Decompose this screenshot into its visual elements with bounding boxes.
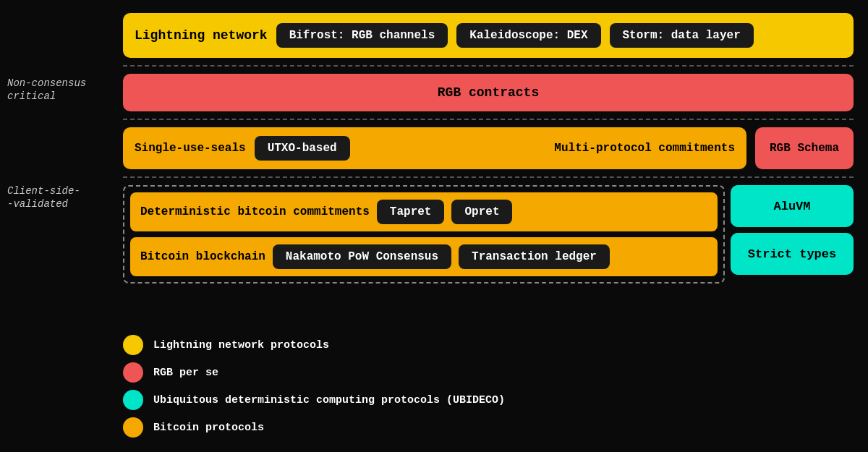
nakamoto-pill: Nakamoto PoW Consensus <box>273 244 451 269</box>
rgb-contracts-label: RGB contracts <box>438 85 539 100</box>
strict-types-pill: Strict types <box>731 233 854 275</box>
lightning-label: Lightning network <box>135 28 268 43</box>
rgb-contracts-row: RGB contracts <box>123 74 854 111</box>
aluvm-pill: AluVM <box>731 185 854 227</box>
lightning-row: Lightning network Bifrost: RGB channels … <box>123 13 854 58</box>
legend-item-bitcoin: Bitcoin protocols <box>123 417 505 438</box>
legend-label-ubideco: Ubiquitous deterministic computing proto… <box>153 394 505 406</box>
legend-dot-red <box>123 362 143 383</box>
client-side-row: Single-use-seals UTXO-based Multi-protoc… <box>123 127 854 169</box>
storm-pill: Storm: data layer <box>610 23 754 48</box>
single-use-seals-label: Single-use-seals <box>135 142 246 155</box>
right-cyan-pills: AluVM Strict types <box>731 185 854 283</box>
legend-label-lightning: Lightning network protocols <box>153 339 329 351</box>
tapret-pill: Tapret <box>377 200 445 224</box>
bitcoin-blockchain-label: Bitcoin blockchain <box>140 250 265 263</box>
opret-pill: Opret <box>451 200 512 224</box>
bifrost-pill: Bifrost: RGB channels <box>276 23 448 48</box>
separator-1 <box>123 65 854 67</box>
legend-label-bitcoin: Bitcoin protocols <box>153 422 264 434</box>
dashed-section-wrapper: Deterministic bitcoin commitments Tapret… <box>123 185 854 283</box>
legend-label-rgb: RGB per se <box>153 367 218 379</box>
legend-item-ubideco: Ubiquitous deterministic computing proto… <box>123 390 505 410</box>
separator-2 <box>123 119 854 120</box>
client-side-left: Single-use-seals UTXO-based Multi-protoc… <box>123 127 746 169</box>
bitcoin-row: Bitcoin blockchain Nakamoto PoW Consensu… <box>130 237 718 276</box>
legend-dot-yellow <box>123 335 143 355</box>
deterministic-label: Deterministic bitcoin commitments <box>140 205 370 218</box>
legend-item-rgb: RGB per se <box>123 362 505 383</box>
label-client-side: Client-side- -validated <box>7 170 117 264</box>
legend-dot-cyan <box>123 390 143 410</box>
rgb-schema-pill: RGB Schema <box>755 127 854 169</box>
labels-column: Non-consensus critical Client-side- -val… <box>7 13 123 439</box>
transaction-ledger-pill: Transaction ledger <box>459 244 610 269</box>
dashed-border-section: Deterministic bitcoin commitments Tapret… <box>123 185 725 283</box>
utxo-pill: UTXO-based <box>255 136 350 161</box>
legend: Lightning network protocols RGB per se U… <box>123 335 505 438</box>
multi-protocol-label: Multi-protocol commitments <box>554 142 735 155</box>
label-non-consensus: Non-consensus critical <box>7 62 117 160</box>
separator-3 <box>123 176 854 178</box>
deterministic-row: Deterministic bitcoin commitments Tapret… <box>130 192 718 231</box>
kaleidoscope-pill: Kaleidoscope: DEX <box>456 23 600 48</box>
legend-item-lightning: Lightning network protocols <box>123 335 505 355</box>
legend-dot-orange <box>123 417 143 438</box>
